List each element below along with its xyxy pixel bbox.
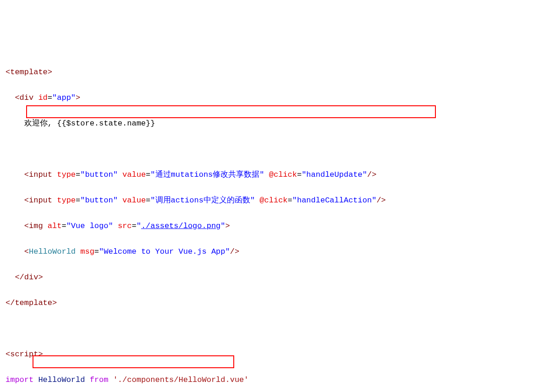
attr-value2: value — [122, 196, 146, 205]
code-line: <img alt="Vue logo" src="./assets/logo.p… — [0, 220, 539, 233]
tag-input2: input — [29, 196, 52, 205]
import-path: './components/HelloWorld.vue' — [113, 376, 249, 384]
code-line: import HelloWorld from './components/Hel… — [0, 374, 539, 387]
code-line: 欢迎你, {{$store.state.name}} — [0, 117, 539, 130]
val-button: button — [85, 170, 113, 179]
code-line: <div id="app"> — [0, 92, 539, 104]
val-logopath: ./assets/logo.png — [141, 222, 220, 230]
code-line — [0, 143, 539, 156]
val-button2: button — [85, 196, 113, 205]
tag-div-close: div — [24, 273, 38, 282]
code-editor[interactable]: <template> <div id="app"> 欢迎你, {{$store.… — [0, 53, 539, 392]
tag-template: template — [10, 68, 48, 76]
code-line: <script> — [0, 348, 539, 361]
attr-click2: @click — [259, 196, 287, 205]
val-actions: 调用actions中定义的函数 — [155, 196, 250, 205]
attr-msg: msg — [80, 247, 94, 256]
code-line-blank — [0, 322, 539, 335]
import-helloworld: HelloWorld — [38, 376, 85, 384]
kw-import: import — [6, 376, 33, 384]
attr-type2: type — [57, 196, 76, 205]
val-handleupdate: handleUpdate — [306, 170, 362, 179]
val-vuelogo: Vue logo — [71, 222, 109, 230]
tag-input: input — [29, 170, 52, 179]
val-welcome: Welcome to Your Vue.js App — [104, 247, 225, 256]
attr-value: value — [122, 170, 146, 179]
tag-img: img — [29, 222, 43, 230]
val-app: app — [57, 93, 71, 102]
tag-div: div — [20, 93, 34, 102]
tag-template-close: template — [15, 299, 52, 307]
kw-from: from — [90, 376, 109, 384]
attr-src: src — [118, 222, 132, 230]
attr-id: id — [38, 93, 47, 102]
val-handlecallaction: handleCallAction — [297, 196, 372, 205]
tag-helloworld: HelloWorld — [29, 247, 76, 256]
code-line: <HelloWorld msg="Welcome to Your Vue.js … — [0, 245, 539, 258]
interp-store: {{$store.state.name}} — [57, 119, 155, 128]
highlight-box-input — [26, 105, 436, 118]
code-line: <input type="button" value="调用actions中定义… — [0, 194, 539, 207]
val-mutations: 通过mutations修改共享数据 — [155, 170, 260, 179]
attr-type: type — [57, 170, 76, 179]
attr-alt: alt — [48, 222, 62, 230]
code-line-highlighted: <input type="button" value="通过mutations修… — [0, 169, 539, 181]
text-welcome: 欢迎你, — [24, 119, 57, 128]
code-line: <template> — [0, 66, 539, 79]
tag-script: script — [10, 350, 38, 359]
code-line: </div> — [0, 271, 539, 284]
attr-click: @click — [269, 170, 297, 179]
code-line: </template> — [0, 297, 539, 310]
